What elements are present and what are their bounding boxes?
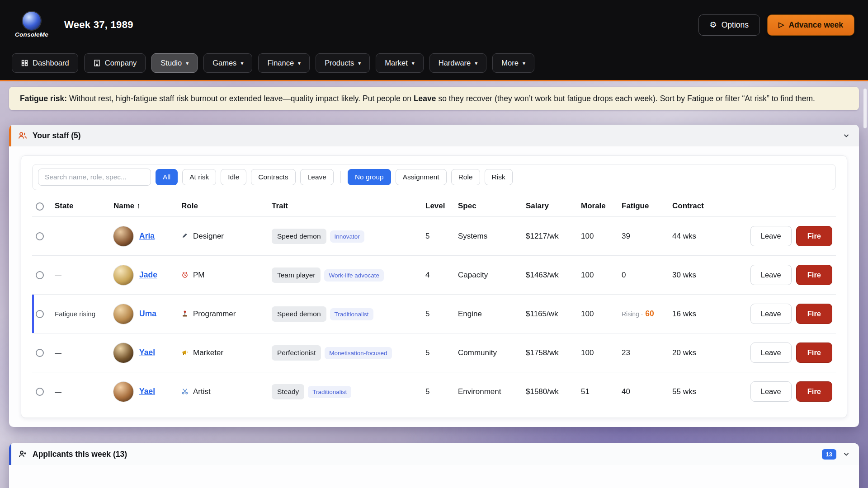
filter-all[interactable]: All — [156, 169, 178, 185]
people-icon — [18, 131, 27, 140]
col-morale[interactable]: Morale — [577, 195, 618, 217]
nav-label: Finance — [267, 59, 294, 67]
level-value: 5 — [422, 372, 454, 411]
avatar — [113, 343, 133, 363]
nav-more[interactable]: More ▾ — [492, 53, 534, 73]
staff-toolbar: All At risk Idle Contracts Leave No grou… — [32, 164, 836, 190]
col-name[interactable]: Name ↑ — [110, 195, 178, 217]
applicants-section-title: Applicants this week (13) — [33, 450, 127, 459]
fatigue-rising-label: Rising · — [622, 310, 643, 318]
filter-leave[interactable]: Leave — [300, 169, 334, 185]
filter-idle[interactable]: Idle — [221, 169, 246, 185]
staff-section-title: Your staff (5) — [33, 131, 81, 141]
fatigue-value: Rising · 60 — [618, 295, 669, 333]
staff-name-link[interactable]: Uma — [139, 309, 156, 319]
col-trait[interactable]: Trait — [268, 195, 422, 217]
fire-button[interactable]: Fire — [796, 265, 832, 285]
group-no-group[interactable]: No group — [348, 169, 391, 185]
nav-market[interactable]: Market ▾ — [376, 53, 423, 73]
role-label: Marketer — [193, 348, 223, 357]
morale-value: 100 — [577, 333, 618, 372]
contract-value: 20 wks — [669, 333, 723, 372]
nav-dashboard[interactable]: Dashboard — [12, 53, 78, 73]
row-checkbox[interactable] — [36, 310, 44, 318]
nav-products[interactable]: Products ▾ — [316, 53, 370, 73]
banner-text-2: so they recover (they won’t work but fat… — [436, 94, 815, 103]
leave-button[interactable]: Leave — [750, 265, 792, 285]
nav-hardware[interactable]: Hardware ▾ — [429, 53, 487, 73]
fire-button[interactable]: Fire — [796, 304, 832, 324]
fire-button[interactable]: Fire — [796, 343, 832, 363]
role-label: Programmer — [193, 310, 236, 319]
staff-name-link[interactable]: Jade — [139, 270, 157, 280]
search-input[interactable] — [38, 169, 151, 186]
options-button[interactable]: ⚙ Options — [698, 14, 760, 36]
group-role[interactable]: Role — [451, 169, 480, 185]
banner-lead: Fatigue risk: — [20, 94, 67, 103]
col-salary[interactable]: Salary — [522, 195, 577, 217]
fatigue-value: 39 — [618, 217, 669, 256]
role-label: Designer — [193, 232, 224, 241]
leave-button[interactable]: Leave — [750, 226, 792, 246]
fire-button[interactable]: Fire — [796, 226, 832, 246]
app-logo[interactable]: ConsoleMe — [14, 12, 50, 38]
leave-button[interactable]: Leave — [750, 343, 792, 363]
applicants-count-badge: 13 — [822, 449, 836, 460]
caret-down-icon: ▾ — [186, 60, 189, 66]
chevron-down-icon[interactable] — [843, 450, 850, 458]
group-risk[interactable]: Risk — [485, 169, 513, 185]
row-checkbox[interactable] — [36, 232, 44, 240]
col-contract[interactable]: Contract — [669, 195, 723, 217]
col-select — [32, 195, 51, 217]
salary-value: $1580/wk — [522, 372, 577, 411]
staff-table: State Name ↑ Role Trait Level Spec Salar… — [32, 195, 836, 411]
staff-name-link[interactable]: Aria — [139, 231, 155, 241]
table-header-row: State Name ↑ Role Trait Level Spec Salar… — [32, 195, 836, 217]
pen-icon — [181, 232, 189, 240]
col-role[interactable]: Role — [178, 195, 268, 217]
filter-contracts[interactable]: Contracts — [251, 169, 295, 185]
filter-at-risk[interactable]: At risk — [182, 169, 216, 185]
sort-asc-icon: ↑ — [137, 202, 141, 210]
col-spec[interactable]: Spec — [454, 195, 522, 217]
table-row: — Jade PM — [32, 256, 836, 295]
caret-down-icon: ▾ — [298, 60, 301, 66]
advance-week-button[interactable]: ▷ Advance week — [767, 14, 854, 36]
fatigue-value: 40 — [618, 372, 669, 411]
col-state[interactable]: State — [51, 195, 110, 217]
morale-value: 100 — [577, 256, 618, 295]
select-all-checkbox[interactable] — [36, 202, 44, 211]
nav-finance[interactable]: Finance ▾ — [258, 53, 310, 73]
nav-company[interactable]: Company — [84, 53, 146, 73]
col-level[interactable]: Level — [422, 195, 454, 217]
joystick-icon — [181, 310, 189, 318]
nav-studio[interactable]: Studio ▾ — [151, 53, 198, 73]
row-checkbox[interactable] — [36, 349, 44, 357]
logo-mascot-icon — [23, 12, 41, 30]
applicants-section-header[interactable]: Applicants this week (13) 13 — [9, 443, 859, 465]
state-value: — — [55, 271, 61, 279]
staff-name-link[interactable]: Yael — [139, 348, 155, 357]
caret-down-icon: ▾ — [412, 60, 415, 66]
level-value: 5 — [422, 217, 454, 256]
nav-label: Hardware — [439, 59, 471, 67]
building-icon — [93, 59, 101, 67]
group-assignment[interactable]: Assignment — [396, 169, 447, 185]
row-checkbox[interactable] — [36, 388, 44, 396]
table-row: — Aria Designer — [32, 217, 836, 256]
fire-button[interactable]: Fire — [796, 381, 832, 402]
chevron-down-icon[interactable] — [843, 132, 850, 139]
spec-value: Engine — [454, 295, 522, 333]
row-checkbox[interactable] — [36, 271, 44, 279]
nav-games[interactable]: Games ▾ — [203, 53, 252, 73]
scrollbar-thumb[interactable] — [863, 89, 867, 128]
col-fatigue[interactable]: Fatigue — [618, 195, 669, 217]
staff-section-header[interactable]: Your staff (5) — [9, 125, 859, 146]
leave-button[interactable]: Leave — [750, 304, 792, 324]
spec-value: Community — [454, 333, 522, 372]
page-title: Week 37, 1989 — [64, 19, 133, 31]
leave-button[interactable]: Leave — [750, 381, 792, 402]
megaphone-icon — [181, 349, 189, 357]
col-actions — [723, 195, 836, 217]
staff-name-link[interactable]: Yael — [139, 387, 155, 396]
